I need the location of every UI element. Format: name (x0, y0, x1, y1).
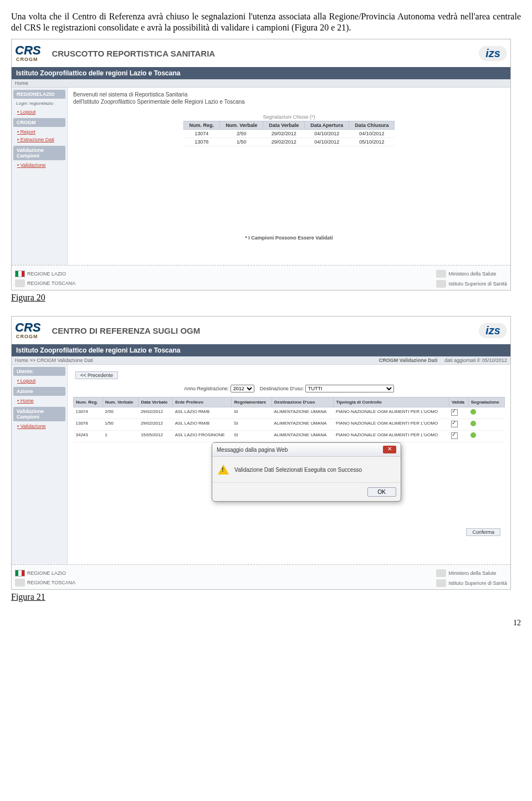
table-header: Num. Reg. (183, 121, 220, 130)
crogm-logo: CROGM (16, 334, 45, 339)
figure-20-caption: Figura 20 (11, 293, 521, 303)
main-content: Benvenuti nel sistema di Reportistica Sa… (68, 88, 510, 265)
sidebar-section-validazione: Validazione Campioni (13, 146, 65, 160)
dialog-close-icon[interactable]: ✕ (383, 446, 396, 453)
figure-21-caption: Figura 21 (11, 592, 521, 602)
welcome-text: Benvenuti nel sistema di Reportistica Sa… (73, 91, 505, 105)
breadcrumb-page-title: CROGM Validazione Dati (379, 358, 438, 363)
breadcrumb-left[interactable]: Home >> CROGM Validazione Dati (15, 358, 93, 363)
table-row[interactable]: 130781/5029/02/201204/10/201205/10/2012 (183, 138, 395, 146)
table-header: Num. Verbale (220, 121, 263, 130)
footer-ministero: Ministero della Salute (436, 270, 507, 278)
status-dot-icon (470, 409, 476, 415)
footer-regione-lazio: REGIONE LAZIO (15, 271, 75, 277)
izs-logo: izs (479, 323, 507, 338)
table-header: Data Apertura (305, 121, 349, 130)
closed-reports-table: Num. Reg.Num. VerbaleData VerbaleData Ap… (183, 121, 395, 146)
filter-year-label: Anno Registrazione: (184, 386, 229, 391)
warning-icon (218, 465, 229, 475)
sidebar-link-report[interactable]: Report (12, 128, 67, 136)
sidebar-link-logout[interactable]: Logout (12, 377, 67, 385)
sidebar-link-validazione[interactable]: Validazione (12, 161, 67, 169)
sidebar: Utente: Logout Azione Home Validazione C… (12, 365, 68, 564)
valida-checkbox[interactable] (451, 409, 458, 416)
breadcrumb: Home (12, 79, 510, 88)
table-header: Data Verbale (263, 121, 305, 130)
header-bar: CRS CROGM CENTRO DI REFERENZA SUGLI OGM … (12, 317, 510, 344)
footer-regione-lazio: REGIONE LAZIO (15, 570, 75, 576)
sidebar-link-validazione[interactable]: Validazione (12, 422, 67, 430)
footer-regione-toscana: REGIONE TOSCANA (15, 279, 75, 287)
sidebar-section-crogm: CROGM (13, 118, 65, 127)
filter-bar: Anno Registrazione: 2012 Destinazione D'… (73, 385, 505, 392)
intro-paragraph: Una volta che il Centro di Referenza avr… (11, 11, 521, 33)
filter-dest-label: Destinazione D'uso: (260, 386, 304, 391)
conferma-button[interactable]: Conferma (466, 528, 500, 536)
footer-ministero: Ministero della Salute (436, 569, 507, 577)
sidebar-section-validazione: Validazione Campioni (13, 407, 65, 421)
crs-logo: CRS (15, 44, 40, 57)
table-header: Data Chiusura (349, 121, 395, 130)
dialog-ok-button[interactable]: OK (367, 487, 396, 497)
dialog-message: Validazione Dati Selezionati Eseguita co… (234, 467, 362, 473)
prev-button[interactable]: << Precedente (75, 371, 118, 379)
table-row[interactable]: 130742/5029/02/2012ASL LAZIO RM/BSIALIME… (74, 407, 505, 419)
footer-iss: Istituto Superiore di Sanità (436, 280, 507, 288)
institute-bar: Istituto Zooprofilattico delle regioni L… (12, 344, 510, 356)
table-header: Segnalazione (468, 397, 504, 407)
table-header: Valida (449, 397, 468, 407)
main-content: << Precedente Anno Registrazione: 2012 D… (68, 365, 510, 564)
figure-20: CRS CROGM CRUSCOTTO REPORTISTICA SANITAR… (11, 39, 511, 290)
validation-grid: Num. Reg.Num. VerbaleData VerbaleEnte Pr… (73, 397, 505, 442)
table-row[interactable]: 130742/5029/02/201204/10/201204/10/2012 (183, 130, 395, 138)
dialog-title: Messaggio dalla pagina Web (217, 447, 288, 453)
table-header: Tipologia di Controllo (334, 397, 449, 407)
crogm-logo: CROGM (16, 57, 45, 62)
header-bar: CRS CROGM CRUSCOTTO REPORTISTICA SANITAR… (12, 39, 510, 67)
sidebar-section-region: REGIONELAZIO (13, 90, 65, 99)
filter-year-select[interactable]: 2012 (231, 385, 254, 392)
table-footnote: * I Campioni Possono Essere Validati (73, 235, 505, 241)
sidebar-section-azione: Azione (13, 387, 65, 396)
footer-regione-toscana: REGIONE TOSCANA (15, 579, 75, 586)
table-row[interactable]: 34243115/05/2012ASL LAZIO FROSINONESIALI… (74, 431, 505, 442)
footer-iss: Istituto Superiore di Sanità (436, 579, 507, 587)
valida-checkbox[interactable] (451, 432, 458, 439)
table-header: Num. Reg. (74, 397, 103, 407)
filter-dest-select[interactable]: TUTTI (305, 385, 394, 392)
app-title: CENTRO DI REFERENZA SUGLI OGM (52, 326, 479, 335)
sidebar-login-label: Login: regionelazio (12, 100, 67, 108)
izs-logo: izs (479, 46, 507, 61)
table-header: Destinazione D'uso (272, 397, 334, 407)
sidebar-section-utente: Utente: (13, 367, 65, 376)
status-dot-icon (470, 432, 476, 438)
sidebar-link-home[interactable]: Home (12, 397, 67, 405)
breadcrumb-left[interactable]: Home (15, 80, 28, 86)
table-header: Data Verbale (139, 397, 173, 407)
sidebar: REGIONELAZIO Login: regionelazio Logout … (12, 88, 68, 265)
sidebar-link-logout[interactable]: Logout (12, 108, 67, 116)
crs-logo: CRS (15, 322, 40, 334)
app-title: CRUSCOTTO REPORTISTICA SANITARIA (52, 49, 479, 58)
table-header: Regolamentare (232, 397, 272, 407)
table-header: Num. Verbale (103, 397, 139, 407)
table-row[interactable]: 130781/5029/02/2012ASL LAZIO RM/BSIALIME… (74, 419, 505, 431)
table-caption: Segnalazioni Chiuse (*) (263, 114, 315, 120)
breadcrumb-updated: dati aggiornati il: 05/10/2012 (444, 358, 507, 363)
success-dialog: Messaggio dalla pagina Web ✕ Validazione… (212, 442, 401, 502)
institute-bar: Istituto Zooprofilattico delle regioni L… (12, 67, 510, 79)
status-dot-icon (470, 421, 476, 426)
figure-21: CRS CROGM CENTRO DI REFERENZA SUGLI OGM … (11, 316, 511, 590)
table-header: Ente Prelievo (173, 397, 232, 407)
sidebar-link-estrazione[interactable]: Estrazione Dati (12, 136, 67, 144)
footer-bar: REGIONE LAZIO REGIONE TOSCANA Ministero … (12, 265, 510, 290)
page-number: 12 (11, 619, 521, 627)
breadcrumb: Home >> CROGM Validazione Dati CROGM Val… (12, 356, 510, 365)
footer-bar: REGIONE LAZIO REGIONE TOSCANA Ministero … (12, 564, 510, 589)
valida-checkbox[interactable] (451, 421, 458, 427)
